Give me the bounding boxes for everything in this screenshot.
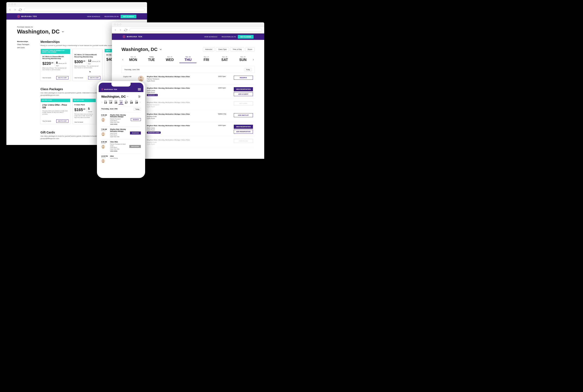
class-room: Cycle Room xyxy=(147,92,215,93)
day-tab[interactable]: Today TUE xyxy=(143,56,160,63)
day-name: MON xyxy=(125,58,142,62)
class-action-button[interactable]: ADD A GUEST xyxy=(234,92,253,96)
day-date: 16 xyxy=(119,101,123,104)
card-count-sub: classes per 30 days xyxy=(56,63,66,66)
class-action-button[interactable]: RESERVE xyxy=(131,118,141,121)
card-banner: $25 PER CLASS xyxy=(41,99,70,102)
class-room: Cycle Room xyxy=(110,120,129,122)
day-tab[interactable]: Thurs 16 xyxy=(119,100,123,105)
day-tab[interactable]: Nov. 17 FRI xyxy=(198,56,215,63)
chevron-down-icon xyxy=(61,30,64,33)
filter-icon[interactable] xyxy=(138,95,141,98)
instructor-name: Angelica Smith xyxy=(147,141,215,143)
day-date: 13 xyxy=(103,101,108,104)
day-tab[interactable]: Wed 15 xyxy=(113,100,118,105)
class-time: 6:30 AM xyxy=(101,114,108,116)
day-tab[interactable]: Nov. 16 THU xyxy=(179,56,196,63)
card-count: 5 xyxy=(88,107,90,110)
class-action-button[interactable]: RESERVE xyxy=(234,76,253,80)
filters: Instructor Class Type Time of Day Room xyxy=(203,47,255,51)
nav-login[interactable]: REGISTER/LOG IN xyxy=(102,16,121,17)
browser-nav xyxy=(112,27,264,34)
instructor-avatar xyxy=(101,118,105,122)
add-to-cart-button[interactable]: ADD TO CART xyxy=(56,76,68,80)
back-icon[interactable] xyxy=(114,28,117,32)
class-title: Rhythm Ride: Monday Motivation Mixtape V… xyxy=(147,102,215,104)
next-icon[interactable] xyxy=(139,102,141,103)
class-action-button[interactable]: VIEW RESERVATION xyxy=(234,87,253,91)
today-button[interactable]: Today xyxy=(244,68,252,71)
sidebar-gift-cards[interactable]: Gift Cards xyxy=(17,46,34,49)
prev-icon[interactable] xyxy=(101,102,103,103)
brand[interactable]: MARIANA TEK xyxy=(17,15,37,18)
card-title: DC Metro 12 Classes/Month Recurring Memb… xyxy=(74,54,100,58)
card-fine: First time clients can purchase a single… xyxy=(42,110,68,115)
url-bar[interactable] xyxy=(24,8,145,12)
class-action-button[interactable]: WAITLISTED xyxy=(129,145,141,148)
brand-icon xyxy=(122,35,125,38)
class-title: Rhythm Ride: Monday Motivation Mixtape V… xyxy=(147,139,215,141)
day-tab[interactable]: Sat 18 xyxy=(129,100,134,105)
nav-buy-button[interactable]: BUY CLASSES xyxy=(121,15,136,18)
add-to-cart-button[interactable]: ADD TO CART xyxy=(88,76,100,80)
day-tab[interactable]: Nov. 19 SUN xyxy=(234,56,251,63)
brand[interactable]: MARIANA TEK xyxy=(101,88,117,90)
filter-class-type[interactable]: Class Type xyxy=(216,47,229,51)
back-icon[interactable] xyxy=(8,8,11,11)
refresh-icon[interactable] xyxy=(124,28,127,32)
mobile-device: MARIANA TEK Washington, DC Mon 13 Today … xyxy=(97,81,145,178)
forward-icon[interactable] xyxy=(14,8,17,11)
instructor-avatar xyxy=(101,159,105,163)
class-action-button[interactable]: CANCELLED xyxy=(234,139,253,143)
add-to-cart-button[interactable]: ADD TO CART xyxy=(56,119,68,123)
class-action-button[interactable]: ADD RESERVATION xyxy=(234,130,253,134)
app-header: MARIANA TEK VIEW SCHEDULE REGISTER/LOG I… xyxy=(6,13,147,20)
filter-instructor[interactable]: Instructor xyxy=(203,47,215,51)
filter-time-of-day[interactable]: Time of Day xyxy=(230,47,244,51)
prev-week-icon[interactable] xyxy=(121,58,124,61)
day-tab[interactable]: Fri 17 xyxy=(124,100,128,105)
nav-buy-button[interactable]: BUY CLASSES xyxy=(238,35,254,38)
class-room: Cycle Room xyxy=(110,134,128,136)
card-fine: First time clients can purchase a single… xyxy=(74,114,94,118)
card-count-sub: classes xyxy=(88,111,92,112)
brand[interactable]: MARIANA TEK xyxy=(122,35,142,38)
class-row: 7:30 AM45 mins Rhythm Ride: Monday Motiv… xyxy=(101,126,141,139)
sidebar-memberships[interactable]: Memberships xyxy=(17,40,34,43)
forward-icon[interactable] xyxy=(119,28,122,32)
location-selector[interactable]: Washington, DC xyxy=(121,47,162,52)
refresh-icon[interactable] xyxy=(19,8,22,11)
url-bar[interactable] xyxy=(129,28,262,32)
day-tab[interactable]: Today 14 xyxy=(108,100,113,105)
location-selector[interactable]: Washington, DC xyxy=(101,95,129,98)
class-title: Rhythm Ride: Monday Motivation Mixtape V… xyxy=(147,113,215,115)
next-week-icon[interactable] xyxy=(252,58,255,61)
window-chrome-top xyxy=(112,22,264,27)
view-details-link[interactable]: View full details xyxy=(74,122,83,123)
nav-login[interactable]: REGISTER/LOG IN xyxy=(219,36,238,38)
view-details-link[interactable]: View full details xyxy=(42,120,51,122)
package-card: $25 PER CLASS 2 for 1 Intro Offer - Pric… xyxy=(40,98,70,124)
class-room: Cycle Room xyxy=(147,129,215,131)
day-date: 15 xyxy=(113,101,118,104)
day-name: FRI xyxy=(198,58,215,62)
sidebar-class-packages[interactable]: Class Packages xyxy=(17,43,34,46)
today-button[interactable]: Today xyxy=(134,108,141,111)
filter-room[interactable]: Room xyxy=(245,47,255,51)
nav-schedule[interactable]: VIEW SCHEDULE xyxy=(202,36,220,38)
instructor-name: Jenna Soong xyxy=(110,158,141,159)
open-status: 10/20 OPEN xyxy=(110,150,128,152)
day-tab[interactable]: Nov. 15 WED xyxy=(161,56,178,63)
day-tab[interactable]: Nov. 18 SAT xyxy=(216,56,233,63)
day-tab[interactable]: Sun 19 xyxy=(134,100,139,105)
class-action-button[interactable]: VIEW RESERVATION xyxy=(234,125,253,129)
nav-schedule[interactable]: VIEW SCHEDULE xyxy=(85,16,102,17)
view-details-link[interactable]: View full details xyxy=(74,77,83,78)
day-tab[interactable]: Nov. 13 MON xyxy=(125,56,142,63)
menu-icon[interactable] xyxy=(138,88,141,90)
class-action-button[interactable]: RESERVED xyxy=(130,132,141,134)
view-details-link[interactable]: View full details xyxy=(42,77,51,78)
day-tab[interactable]: Mon 13 xyxy=(103,100,108,105)
class-action-button[interactable]: JOIN WAITLIST xyxy=(234,113,253,117)
class-action-button[interactable]: NOT OPEN xyxy=(234,102,253,106)
